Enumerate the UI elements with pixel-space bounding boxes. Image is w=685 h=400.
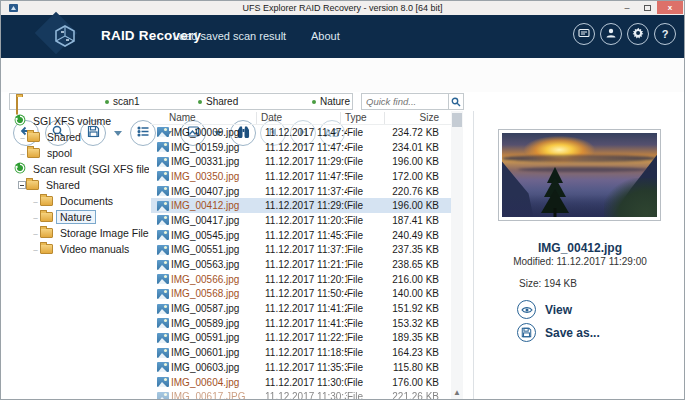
file-name: IMG_00009.jpg — [171, 127, 263, 138]
image-file-icon — [157, 142, 169, 152]
collapse-icon[interactable] — [18, 181, 26, 189]
tree-item-label: SGI XFS volume — [29, 114, 115, 128]
file-row[interactable]: IMG_00603.jpg11.12.2017 11:35:37File115.… — [151, 360, 451, 375]
file-row[interactable]: IMG_00568.jpg11.12.2017 11:50:44File140.… — [151, 287, 451, 302]
action-save-as[interactable]: Save as... — [517, 323, 600, 342]
scrollbar-thumb[interactable] — [452, 113, 462, 127]
quick-find-input[interactable] — [361, 93, 449, 110]
breadcrumb-dot — [105, 100, 109, 104]
column-size[interactable]: Size — [385, 112, 443, 124]
file-list: Name Date Type Size IMG_00009.jpg11.12.2… — [151, 111, 451, 400]
file-size: 176.00 KB — [391, 377, 449, 388]
column-type[interactable]: Type — [341, 112, 385, 124]
maximize-button[interactable] — [637, 1, 657, 14]
tree-item-nature[interactable]: –Nature — [3, 209, 149, 225]
title-bar: UFS Explorer RAID Recovery - version 8.0… — [1, 1, 684, 15]
expander-icon[interactable]: – — [31, 213, 40, 222]
close-button[interactable]: x — [657, 1, 683, 14]
expander-icon[interactable]: – — [31, 245, 40, 254]
file-row[interactable]: IMG_00566.jpg11.12.2017 11:20:14File216.… — [151, 272, 451, 287]
file-name: IMG_00159.jpg — [171, 142, 263, 153]
tree-item-label: Documents — [56, 194, 117, 208]
preview-frame — [498, 129, 661, 221]
file-date: 11.12.2017 11:29:00 — [263, 200, 347, 211]
file-row[interactable]: IMG_00589.jpg11.12.2017 11:41:30File153.… — [151, 316, 451, 331]
image-file-icon — [157, 348, 169, 358]
file-row[interactable]: IMG_00604.jpg11.12.2017 11:30:05File176.… — [151, 375, 451, 390]
image-file-icon — [157, 230, 169, 240]
tree-item-documents[interactable]: –Documents — [3, 193, 149, 209]
menu-item-load-saved-scan-result[interactable]: Load saved scan result — [173, 30, 286, 42]
menu-item-about[interactable]: About — [311, 30, 340, 42]
action-view[interactable]: View — [517, 300, 572, 319]
expander-icon[interactable]: – — [31, 197, 40, 206]
file-type: File — [347, 362, 391, 373]
file-name: IMG_00417.jpg — [171, 215, 263, 226]
file-row[interactable]: IMG_00591.jpg11.12.2017 11:22:14File189.… — [151, 331, 451, 346]
tree-item-spool[interactable]: –spool — [3, 145, 149, 161]
breadcrumb-item-nature[interactable]: Nature — [320, 96, 350, 107]
file-name: IMG_00563.jpg — [171, 259, 263, 270]
file-type: File — [347, 303, 391, 314]
file-row[interactable]: IMG_00350.jpg11.12.2017 11:47:57File172.… — [151, 169, 451, 184]
expander-icon[interactable]: – — [31, 229, 40, 238]
folder-icon — [40, 228, 53, 238]
tree-item-sgi-xfs-volume[interactable]: SGI XFS volume — [3, 113, 149, 129]
image-file-icon — [157, 157, 169, 167]
file-row[interactable]: IMG_00159.jpg11.12.2017 11:47:49File234.… — [151, 140, 451, 155]
file-date: 11.12.2017 11:47:49 — [263, 142, 347, 153]
file-row[interactable]: IMG_00331.jpg11.12.2017 11:29:00File196.… — [151, 154, 451, 169]
file-row[interactable]: IMG_00563.jpg11.12.2017 11:21:10File238.… — [151, 257, 451, 272]
file-row[interactable]: IMG_00009.jpg11.12.2017 11:47:44File234.… — [151, 125, 451, 140]
folder-icon — [27, 148, 40, 158]
file-list-scrollbar[interactable]: ▲ — [451, 111, 463, 400]
column-name[interactable]: Name — [151, 112, 257, 124]
preview-image[interactable] — [502, 133, 657, 217]
file-size: 115.80 KB — [391, 362, 449, 373]
user-icon — [605, 27, 617, 41]
file-size: 220.76 KB — [391, 186, 449, 197]
tree-item-scan-result-sgi-xfs-file-system-3-72-gb[interactable]: Scan result (SGI XFS file system; 3.72 G… — [3, 161, 149, 177]
file-row[interactable]: IMG_00587.jpg11.12.2017 11:41:26File151.… — [151, 301, 451, 316]
file-type: File — [347, 127, 391, 138]
file-name: IMG_00331.jpg — [171, 156, 263, 167]
window-title: UFS Explorer RAID Recovery - version 8.0… — [1, 3, 684, 13]
file-row[interactable]: IMG_00545.jpg11.12.2017 11:45:36File240.… — [151, 228, 451, 243]
column-date[interactable]: Date — [257, 112, 341, 124]
file-row[interactable]: IMG_00407.jpg11.12.2017 11:37:43File220.… — [151, 184, 451, 199]
file-size: 221.26 KB — [391, 391, 449, 400]
tree-item-label: Shared — [43, 130, 85, 144]
preview-modified: Modified: 11.12.2017 11:29:00 — [474, 256, 685, 267]
file-row[interactable]: IMG_00551.jpg11.12.2017 11:37:12File237.… — [151, 243, 451, 258]
expander-icon[interactable]: – — [18, 133, 27, 142]
quick-find-search-button[interactable] — [449, 93, 464, 110]
minimize-button[interactable]: – — [617, 1, 637, 14]
help-icon: ? — [662, 28, 669, 40]
image-file-icon — [157, 201, 169, 211]
file-size: 237.35 KB — [391, 244, 449, 255]
tree-item-label: Nature — [56, 210, 96, 224]
tree-item-video-manuals[interactable]: –Video manuals — [3, 241, 149, 257]
header-button-license[interactable] — [573, 23, 595, 45]
file-row[interactable]: IMG_00617.JPG11.12.2017 11:30:35File221.… — [151, 389, 451, 400]
header-button-user[interactable] — [600, 23, 622, 45]
header-button-help[interactable]: ? — [654, 23, 676, 45]
tree-item-shared[interactable]: –Shared — [3, 129, 149, 145]
scrollbar-arrow-icon[interactable]: ▲ — [451, 388, 463, 397]
file-date: 11.12.2017 11:47:44 — [263, 127, 347, 138]
file-row[interactable]: IMG_00601.jpg11.12.2017 11:18:53File164.… — [151, 345, 451, 360]
file-type: File — [347, 244, 391, 255]
breadcrumb-item-shared[interactable]: Shared — [206, 96, 238, 107]
file-row[interactable]: IMG_00412.jpg11.12.2017 11:29:00File196.… — [151, 198, 451, 213]
tree-item-storage-image-files[interactable]: –Storage Image Files — [3, 225, 149, 241]
action-label: View — [545, 303, 572, 317]
file-row[interactable]: IMG_00417.jpg11.12.2017 11:20:34File187.… — [151, 213, 451, 228]
header-button-settings[interactable] — [627, 23, 649, 45]
tree-item-shared[interactable]: Shared — [3, 177, 149, 193]
breadcrumb-item-scan1[interactable]: scan1 — [113, 96, 140, 107]
expander-icon[interactable]: – — [18, 149, 27, 158]
file-size: 196.00 KB — [391, 156, 449, 167]
image-file-icon — [157, 377, 169, 387]
image-file-icon — [157, 289, 169, 299]
preview-size: Size: 194 KB — [519, 278, 577, 289]
